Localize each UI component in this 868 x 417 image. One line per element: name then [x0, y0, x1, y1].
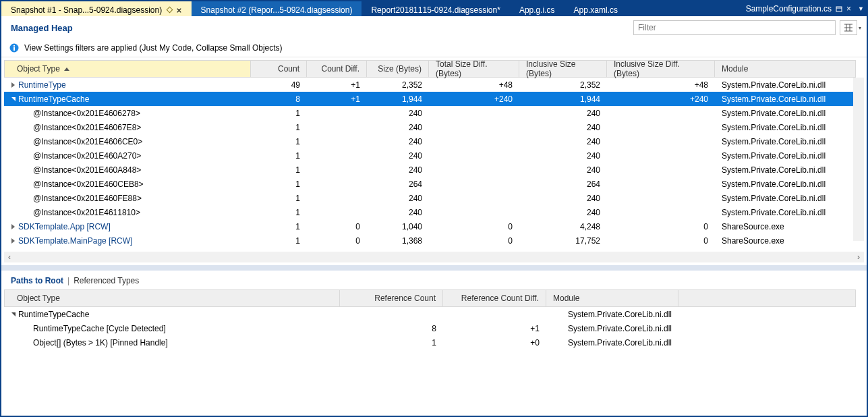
cell: SDKTemplate.App [RCW] — [4, 222, 251, 231]
vertical-scrollbar[interactable] — [853, 78, 864, 241]
cell: System.Private.CoreLib.ni.dll — [715, 151, 856, 161]
tab-paths-to-root[interactable]: Paths to Root — [11, 276, 63, 285]
object-type-label: SDKTemplate.MainPage [RCW] — [18, 236, 132, 246]
scroll-left-icon[interactable]: ‹ — [4, 252, 15, 262]
table-body: RuntimeType49+12,352+482,352+48System.Pr… — [4, 78, 856, 248]
object-type-label: @Instance<0x201E4606CE0> — [33, 137, 142, 146]
cell: SDKTemplate.MainPage [RCW] — [4, 236, 251, 246]
cell: 1 — [251, 222, 307, 231]
table-row[interactable]: RuntimeType49+12,352+482,352+48System.Pr… — [4, 78, 856, 92]
col-incl-size[interactable]: Inclusive Size (Bytes) — [519, 60, 607, 78]
cell: 1,944 — [367, 94, 429, 104]
pin-icon[interactable] — [167, 7, 173, 13]
cell: 240 — [519, 208, 607, 217]
cell: @Instance<0x201E460A848> — [4, 165, 251, 175]
cell: 240 — [367, 151, 429, 161]
tree-expander[interactable] — [24, 194, 32, 202]
dropdown-icon[interactable]: ▼ — [858, 5, 864, 12]
table-row[interactable]: @Instance<0x201E4611810>1240240System.Pr… — [4, 205, 856, 219]
col-object-type[interactable]: Object Type — [4, 60, 251, 78]
object-type-label: @Instance<0x201E46067E8> — [33, 123, 141, 132]
tree-expander[interactable] — [9, 81, 17, 88]
cell: 1,944 — [519, 94, 607, 104]
tree-expander[interactable] — [24, 325, 32, 332]
cell: 49 — [251, 80, 307, 90]
tab-label: App.g.i.cs — [519, 5, 555, 15]
col-ref-count[interactable]: Reference Count — [340, 289, 443, 307]
overflow-doc-tab[interactable]: SampleConfiguration.cs × ▼ — [739, 1, 867, 16]
col-count[interactable]: Count — [251, 60, 307, 78]
col-module[interactable]: Module — [546, 289, 678, 307]
object-type-label: @Instance<0x201E4611810> — [33, 208, 140, 217]
tab-referenced-types[interactable]: Referenced Types — [74, 276, 139, 285]
table-row[interactable]: SDKTemplate.App [RCW]101,04004,2480Share… — [4, 219, 856, 233]
col-module[interactable]: Module — [715, 60, 856, 78]
splitter[interactable] — [1, 265, 867, 271]
tree-expander[interactable] — [9, 95, 17, 103]
cell: 240 — [367, 137, 429, 146]
close-icon[interactable]: × — [176, 7, 181, 13]
sort-asc-icon — [64, 67, 69, 71]
cell: 1 — [251, 208, 307, 217]
cell: System.Private.CoreLib.ni.dll — [546, 324, 678, 333]
tree-expander[interactable] — [24, 138, 32, 145]
col-ref-count-diff[interactable]: Reference Count Diff. — [443, 289, 546, 307]
table-row[interactable]: Object[] (Bytes > 1K) [Pinned Handle]1+0… — [4, 335, 856, 350]
cell: System.Private.CoreLib.ni.dll — [715, 137, 856, 146]
cell: 1 — [340, 338, 443, 348]
table-row[interactable]: @Instance<0x201E4606278>1240240System.Pr… — [4, 106, 856, 120]
view-settings-button[interactable] — [840, 20, 857, 35]
col-incl-size-diff[interactable]: Inclusive Size Diff. (Bytes) — [607, 60, 715, 78]
doc-tab[interactable]: App.xaml.cs — [565, 1, 627, 16]
col-object-type[interactable]: Object Type — [4, 289, 340, 307]
table-row[interactable]: RuntimeTypeCache [Cycle Detected]8+1Syst… — [4, 321, 856, 335]
table-row[interactable]: @Instance<0x201E460A848>1240240System.Pr… — [4, 163, 856, 177]
cell: Object[] (Bytes > 1K) [Pinned Handle] — [4, 338, 340, 348]
tree-expander[interactable] — [24, 180, 32, 188]
doc-tab[interactable]: App.g.i.cs — [510, 1, 565, 16]
table-row[interactable]: @Instance<0x201E46067E8>1240240System.Pr… — [4, 120, 856, 134]
cell: +1 — [307, 80, 367, 90]
tree-expander[interactable] — [24, 208, 32, 216]
doc-tab-active[interactable]: Snapshot #1 - Snap...5-0924.diagsession)… — [1, 1, 192, 16]
tree-expander[interactable] — [24, 109, 32, 117]
col-blank[interactable] — [678, 289, 856, 307]
scroll-right-icon[interactable]: › — [853, 252, 864, 262]
cell: 240 — [519, 137, 607, 146]
doc-tab[interactable]: Report20181115-0924.diagsession* — [361, 1, 509, 16]
tree-expander[interactable] — [24, 152, 32, 159]
table-row[interactable]: @Instance<0x201E460A270>1240240System.Pr… — [4, 148, 856, 163]
cell: 4,248 — [519, 222, 607, 231]
cell: System.Private.CoreLib.ni.dll — [546, 338, 678, 348]
table-row[interactable]: SDKTemplate.MainPage [RCW]101,368017,752… — [4, 233, 856, 248]
close-icon[interactable]: × — [846, 4, 851, 13]
dropdown-icon[interactable]: ▾ — [859, 25, 861, 31]
col-count-diff[interactable]: Count Diff. — [307, 60, 367, 78]
col-total-size-diff[interactable]: Total Size Diff. (Bytes) — [429, 60, 519, 78]
cell: System.Private.CoreLib.ni.dll — [546, 310, 678, 319]
table-row[interactable]: @Instance<0x201E460FE88>1240240System.Pr… — [4, 191, 856, 205]
cell: 0 — [429, 222, 519, 231]
horizontal-scrollbar[interactable]: ‹› — [4, 252, 864, 262]
tree-expander[interactable] — [9, 310, 17, 318]
cell: @Instance<0x201E460A270> — [4, 151, 251, 161]
col-size[interactable]: Size (Bytes) — [367, 60, 429, 78]
tree-expander[interactable] — [24, 339, 32, 346]
table-row[interactable]: RuntimeTypeCacheSystem.Private.CoreLib.n… — [4, 307, 856, 321]
tab-label: Snapshot #1 - Snap...5-0924.diagsession) — [11, 5, 162, 15]
table-header: Object Type Reference Count Reference Co… — [4, 289, 856, 307]
tree-expander[interactable] — [24, 123, 32, 131]
doc-tab[interactable]: Snapshot #2 (Repor...5-0924.diagsession) — [192, 1, 362, 16]
object-type-label: @Instance<0x201E460A270> — [33, 151, 141, 161]
tree-expander[interactable] — [9, 223, 17, 230]
tree-expander[interactable] — [24, 166, 32, 173]
window-icon — [836, 5, 842, 12]
cell: 0 — [607, 222, 715, 231]
table-row[interactable]: @Instance<0x201E4606CE0>1240240System.Pr… — [4, 134, 856, 148]
table-row[interactable]: @Instance<0x201E460CEB8>1264264System.Pr… — [4, 177, 856, 191]
cell: 1,368 — [367, 236, 429, 246]
cell: +48 — [429, 80, 519, 90]
filter-input[interactable] — [633, 20, 836, 35]
table-row[interactable]: RuntimeTypeCache8+11,944+2401,944+240Sys… — [4, 92, 856, 106]
tree-expander[interactable] — [9, 237, 17, 244]
